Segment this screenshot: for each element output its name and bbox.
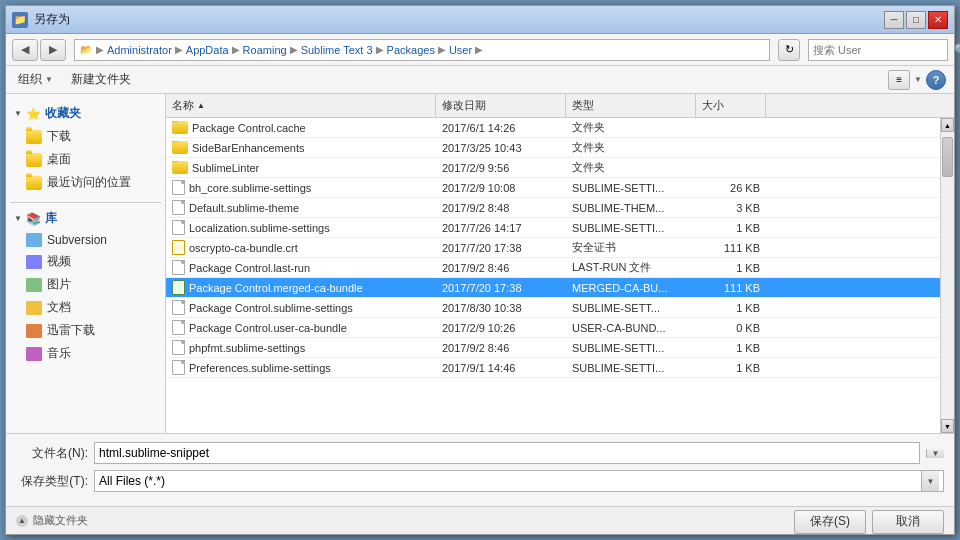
cancel-button[interactable]: 取消: [872, 510, 944, 534]
hide-folders-label: 隐藏文件夹: [33, 513, 88, 528]
table-row[interactable]: Package Control.sublime-settings 2017/8/…: [166, 298, 940, 318]
col-header-size[interactable]: 大小: [696, 94, 766, 117]
cell-name: phpfmt.sublime-settings: [166, 340, 436, 355]
forward-button[interactable]: ▶: [40, 39, 66, 61]
table-row[interactable]: Preferences.sublime-settings 2017/9/1 14…: [166, 358, 940, 378]
address-bar[interactable]: 📂 ▶ Administrator ▶ AppData ▶ Roaming ▶ …: [74, 39, 770, 61]
address-administrator[interactable]: Administrator: [107, 44, 172, 56]
cell-name: SublimeLinter: [166, 161, 436, 174]
refresh-button[interactable]: ↻: [778, 39, 800, 61]
file-icon: [172, 220, 185, 235]
back-button[interactable]: ◀: [12, 39, 38, 61]
cell-size: 111 KB: [696, 242, 766, 254]
organize-button[interactable]: 组织 ▼: [14, 69, 57, 90]
sidebar-item-recent[interactable]: 最近访问的位置: [10, 171, 161, 194]
table-row[interactable]: bh_core.sublime-settings 2017/2/9 10:08 …: [166, 178, 940, 198]
table-row[interactable]: SideBarEnhancements 2017/3/25 10:43 文件夹: [166, 138, 940, 158]
xunlei-icon: [26, 324, 42, 338]
table-row[interactable]: Localization.sublime-settings 2017/7/26 …: [166, 218, 940, 238]
sidebar-item-picture[interactable]: 图片: [10, 273, 161, 296]
address-home-icon: 📂: [80, 44, 92, 55]
filename-dropdown-btn[interactable]: ▼: [926, 449, 944, 458]
address-appdata[interactable]: AppData: [186, 44, 229, 56]
picture-icon: [26, 278, 42, 292]
cert-icon: [172, 240, 185, 255]
cell-date: 2017/7/20 17:38: [436, 282, 566, 294]
table-row[interactable]: Package Control.merged-ca-bundle 2017/7/…: [166, 278, 940, 298]
sidebar-item-desktop[interactable]: 桌面: [10, 148, 161, 171]
folder-icon: [172, 161, 188, 174]
table-row[interactable]: phpfmt.sublime-settings 2017/9/2 8:46 SU…: [166, 338, 940, 358]
favorites-header[interactable]: ▼ ⭐ 收藏夹: [10, 102, 161, 125]
save-button[interactable]: 保存(S): [794, 510, 866, 534]
sidebar-item-subversion[interactable]: Subversion: [10, 230, 161, 250]
address-packages[interactable]: Packages: [387, 44, 435, 56]
cell-type: 文件夹: [566, 160, 696, 175]
sidebar-item-music[interactable]: 音乐: [10, 342, 161, 365]
col-header-type[interactable]: 类型: [566, 94, 696, 117]
address-sep-4: ▶: [290, 44, 298, 55]
col-header-date[interactable]: 修改日期: [436, 94, 566, 117]
sidebar-item-document[interactable]: 文档: [10, 296, 161, 319]
maximize-button[interactable]: □: [906, 11, 926, 29]
col-header-name[interactable]: 名称 ▲: [166, 94, 436, 117]
address-user[interactable]: User: [449, 44, 472, 56]
table-row[interactable]: Package Control.cache 2017/6/1 14:26 文件夹: [166, 118, 940, 138]
file-name: Package Control.merged-ca-bundle: [189, 282, 363, 294]
picture-label: 图片: [47, 276, 71, 293]
table-row[interactable]: Package Control.last-run 2017/9/2 8:46 L…: [166, 258, 940, 278]
hide-folders-arrow[interactable]: ▲: [16, 515, 28, 527]
file-list[interactable]: Package Control.cache 2017/6/1 14:26 文件夹…: [166, 118, 940, 433]
scroll-up-button[interactable]: ▲: [941, 118, 954, 132]
xunlei-label: 迅雷下载: [47, 322, 95, 339]
address-sep-2: ▶: [175, 44, 183, 55]
filename-input[interactable]: [94, 442, 920, 464]
sidebar-item-xunlei[interactable]: 迅雷下载: [10, 319, 161, 342]
help-button[interactable]: ?: [926, 70, 946, 90]
search-input[interactable]: [813, 44, 951, 56]
filetype-dropdown[interactable]: All Files (*.*) ▼: [94, 470, 944, 492]
search-box[interactable]: 🔍: [808, 39, 948, 61]
new-folder-button[interactable]: 新建文件夹: [67, 69, 135, 90]
organize-dropdown-arrow: ▼: [45, 75, 53, 84]
file-name: Package Control.last-run: [189, 262, 310, 274]
cell-size: 1 KB: [696, 222, 766, 234]
downloads-label: 下载: [47, 128, 71, 145]
address-sublime[interactable]: Sublime Text 3: [301, 44, 373, 56]
vertical-scrollbar[interactable]: ▲ ▼: [940, 118, 954, 433]
music-label: 音乐: [47, 345, 71, 362]
cell-type: SUBLIME-SETTI...: [566, 182, 696, 194]
title-bar-left: 📁 另存为: [12, 11, 70, 28]
scroll-down-button[interactable]: ▼: [941, 419, 954, 433]
document-icon: [26, 301, 42, 315]
cell-type: 安全证书: [566, 240, 696, 255]
scroll-track: [941, 132, 954, 419]
cell-type: 文件夹: [566, 120, 696, 135]
title-buttons: ─ □ ✕: [884, 11, 948, 29]
status-left: ▲ 隐藏文件夹: [16, 513, 88, 528]
table-row[interactable]: Package Control.user-ca-bundle 2017/2/9 …: [166, 318, 940, 338]
address-roaming[interactable]: Roaming: [243, 44, 287, 56]
main-panel: 名称 ▲ 修改日期 类型 大小 Package Control.cache 20…: [166, 94, 954, 433]
scroll-thumb[interactable]: [942, 137, 953, 177]
sort-arrow-name: ▲: [197, 101, 205, 110]
cell-type: MERGED-CA-BU...: [566, 282, 696, 294]
document-label: 文档: [47, 299, 71, 316]
table-row[interactable]: oscrypto-ca-bundle.crt 2017/7/20 17:38 安…: [166, 238, 940, 258]
cell-date: 2017/9/2 8:46: [436, 262, 566, 274]
cell-date: 2017/9/1 14:46: [436, 362, 566, 374]
address-sep-7: ▶: [475, 44, 483, 55]
view-button[interactable]: ≡: [888, 70, 910, 90]
address-sep-5: ▶: [376, 44, 384, 55]
table-row[interactable]: SublimeLinter 2017/2/9 9:56 文件夹: [166, 158, 940, 178]
minimize-button[interactable]: ─: [884, 11, 904, 29]
close-button[interactable]: ✕: [928, 11, 948, 29]
cell-size: 26 KB: [696, 182, 766, 194]
library-header[interactable]: ▼ 📚 库: [10, 207, 161, 230]
sidebar-item-video[interactable]: 视频: [10, 250, 161, 273]
table-row[interactable]: Default.sublime-theme 2017/9/2 8:48 SUBL…: [166, 198, 940, 218]
video-label: 视频: [47, 253, 71, 270]
file-name: SublimeLinter: [192, 162, 259, 174]
filetype-dropdown-btn[interactable]: ▼: [921, 471, 939, 491]
sidebar-item-downloads[interactable]: 下载: [10, 125, 161, 148]
